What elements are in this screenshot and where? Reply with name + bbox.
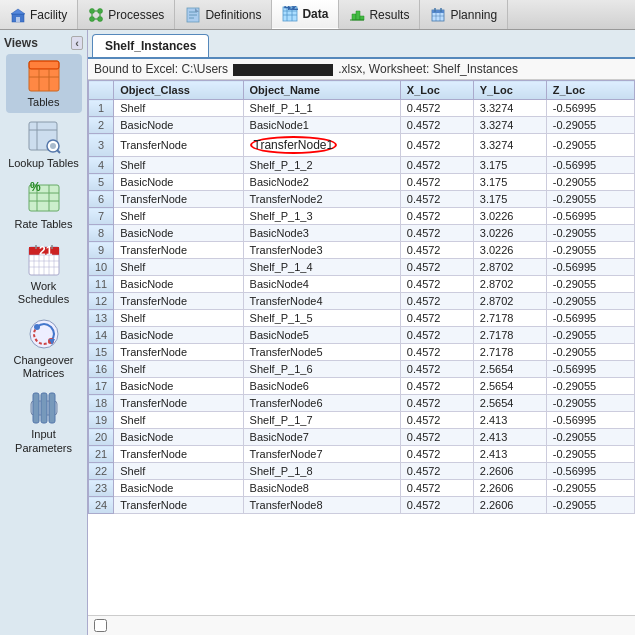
row-number: 18 bbox=[89, 395, 114, 412]
table-row[interactable]: 18TransferNodeTransferNode60.45722.5654-… bbox=[89, 395, 635, 412]
cell-object-class: TransferNode bbox=[114, 134, 243, 157]
table-row[interactable]: 1ShelfShelf_P_1_10.45723.3274-0.56995 bbox=[89, 100, 635, 117]
nav-tab-results[interactable]: Results bbox=[339, 0, 420, 29]
table-row[interactable]: 10ShelfShelf_P_1_40.45722.8702-0.56995 bbox=[89, 259, 635, 276]
bottom-checkbox[interactable] bbox=[94, 619, 107, 632]
sidebar-item-tables[interactable]: Tables bbox=[6, 54, 82, 113]
cell-x-loc: 0.4572 bbox=[400, 157, 473, 174]
table-row[interactable]: 22ShelfShelf_P_1_80.45722.2606-0.56995 bbox=[89, 463, 635, 480]
svg-marker-26 bbox=[360, 16, 364, 20]
sidebar-header: Views ‹ bbox=[0, 34, 87, 52]
sidebar-collapse-button[interactable]: ‹ bbox=[71, 36, 83, 50]
cell-y-loc: 2.2606 bbox=[473, 497, 546, 514]
tab-bar: Shelf_Instances bbox=[88, 30, 635, 59]
nav-tab-data[interactable]: 4 3 2 Data bbox=[272, 0, 339, 29]
cell-x-loc: 0.4572 bbox=[400, 361, 473, 378]
highlight-circle: TransferNode1 bbox=[250, 136, 338, 154]
row-number: 20 bbox=[89, 429, 114, 446]
table-row[interactable]: 24TransferNodeTransferNode80.45722.2606-… bbox=[89, 497, 635, 514]
col-rownum bbox=[89, 81, 114, 100]
cell-x-loc: 0.4572 bbox=[400, 293, 473, 310]
sidebar-item-rate-tables[interactable]: % Rate Tables bbox=[6, 176, 82, 235]
table-row[interactable]: 15TransferNodeTransferNode50.45722.7178-… bbox=[89, 344, 635, 361]
col-y-loc[interactable]: Y_Loc bbox=[473, 81, 546, 100]
shelf-instances-tab[interactable]: Shelf_Instances bbox=[92, 34, 209, 57]
table-row[interactable]: 3TransferNodeTransferNode10.45723.3274-0… bbox=[89, 134, 635, 157]
cell-object-class: BasicNode bbox=[114, 174, 243, 191]
svg-point-6 bbox=[98, 16, 103, 21]
calendar-icon: 21 bbox=[26, 242, 62, 278]
changeover-icon bbox=[26, 316, 62, 352]
row-number: 1 bbox=[89, 100, 114, 117]
cell-x-loc: 0.4572 bbox=[400, 378, 473, 395]
sidebar-item-lookup-tables[interactable]: Lookup Tables bbox=[6, 115, 82, 174]
col-x-loc[interactable]: X_Loc bbox=[400, 81, 473, 100]
table-row[interactable]: 23BasicNodeBasicNode80.45722.2606-0.2905… bbox=[89, 480, 635, 497]
cell-y-loc: 2.7178 bbox=[473, 344, 546, 361]
cell-x-loc: 0.4572 bbox=[400, 497, 473, 514]
cell-y-loc: 3.3274 bbox=[473, 100, 546, 117]
cell-y-loc: 3.3274 bbox=[473, 117, 546, 134]
table-row[interactable]: 2BasicNodeBasicNode10.45723.3274-0.29055 bbox=[89, 117, 635, 134]
table-row[interactable]: 16ShelfShelf_P_1_60.45722.5654-0.56995 bbox=[89, 361, 635, 378]
table-icon bbox=[26, 58, 62, 94]
data-table-container[interactable]: Object_Class Object_Name X_Loc Y_Loc Z_L… bbox=[88, 80, 635, 615]
cell-z-loc: -0.29055 bbox=[546, 293, 634, 310]
cell-x-loc: 0.4572 bbox=[400, 395, 473, 412]
col-z-loc[interactable]: Z_Loc bbox=[546, 81, 634, 100]
cell-object-name: TransferNode2 bbox=[243, 191, 400, 208]
table-row[interactable]: 12TransferNodeTransferNode40.45722.8702-… bbox=[89, 293, 635, 310]
svg-marker-24 bbox=[352, 14, 356, 20]
cell-object-class: TransferNode bbox=[114, 242, 243, 259]
svg-marker-1 bbox=[11, 9, 25, 14]
row-number: 7 bbox=[89, 208, 114, 225]
nav-tab-definitions[interactable]: Definitions bbox=[175, 0, 272, 29]
cell-x-loc: 0.4572 bbox=[400, 208, 473, 225]
table-row[interactable]: 19ShelfShelf_P_1_70.45722.413-0.56995 bbox=[89, 412, 635, 429]
table-row[interactable]: 4ShelfShelf_P_1_20.45723.175-0.56995 bbox=[89, 157, 635, 174]
cell-x-loc: 0.4572 bbox=[400, 412, 473, 429]
table-row[interactable]: 17BasicNodeBasicNode60.45722.5654-0.2905… bbox=[89, 378, 635, 395]
row-number: 21 bbox=[89, 446, 114, 463]
table-row[interactable]: 20BasicNodeBasicNode70.45722.413-0.29055 bbox=[89, 429, 635, 446]
cell-x-loc: 0.4572 bbox=[400, 429, 473, 446]
data-table: Object_Class Object_Name X_Loc Y_Loc Z_L… bbox=[88, 80, 635, 514]
nav-tab-facility[interactable]: Facility bbox=[0, 0, 78, 29]
cell-object-class: BasicNode bbox=[114, 480, 243, 497]
nav-tab-planning[interactable]: Planning bbox=[420, 0, 508, 29]
table-row[interactable]: 11BasicNodeBasicNode40.45722.8702-0.2905… bbox=[89, 276, 635, 293]
table-row[interactable]: 8BasicNodeBasicNode30.45723.0226-0.29055 bbox=[89, 225, 635, 242]
cell-object-name: Shelf_P_1_5 bbox=[243, 310, 400, 327]
cell-x-loc: 0.4572 bbox=[400, 446, 473, 463]
lookup-icon bbox=[26, 119, 62, 155]
facility-icon bbox=[10, 7, 26, 23]
table-row[interactable]: 14BasicNodeBasicNode50.45722.7178-0.2905… bbox=[89, 327, 635, 344]
row-number: 24 bbox=[89, 497, 114, 514]
table-row[interactable]: 21TransferNodeTransferNode70.45722.413-0… bbox=[89, 446, 635, 463]
sidebar-item-work-schedules[interactable]: 21 Work Schedules bbox=[6, 238, 82, 310]
cell-x-loc: 0.4572 bbox=[400, 242, 473, 259]
col-object-class[interactable]: Object_Class bbox=[114, 81, 243, 100]
cell-z-loc: -0.29055 bbox=[546, 480, 634, 497]
cell-x-loc: 0.4572 bbox=[400, 225, 473, 242]
cell-x-loc: 0.4572 bbox=[400, 276, 473, 293]
col-object-name[interactable]: Object_Name bbox=[243, 81, 400, 100]
table-row[interactable]: 13ShelfShelf_P_1_50.45722.7178-0.56995 bbox=[89, 310, 635, 327]
cell-object-class: BasicNode bbox=[114, 327, 243, 344]
cell-z-loc: -0.29055 bbox=[546, 429, 634, 446]
row-number: 9 bbox=[89, 242, 114, 259]
table-row[interactable]: 9TransferNodeTransferNode30.45723.0226-0… bbox=[89, 242, 635, 259]
table-row[interactable]: 7ShelfShelf_P_1_30.45723.0226-0.56995 bbox=[89, 208, 635, 225]
sidebar-item-changeover-matrices[interactable]: Changeover Matrices bbox=[6, 312, 82, 384]
params-icon bbox=[26, 390, 62, 426]
sidebar-item-input-parameters[interactable]: Input Parameters bbox=[6, 386, 82, 458]
input-parameters-label: Input Parameters bbox=[8, 428, 80, 454]
cell-x-loc: 0.4572 bbox=[400, 344, 473, 361]
svg-text:%: % bbox=[30, 181, 41, 194]
nav-tab-processes[interactable]: Processes bbox=[78, 0, 175, 29]
bottom-bar bbox=[88, 615, 635, 635]
table-row[interactable]: 5BasicNodeBasicNode20.45723.175-0.29055 bbox=[89, 174, 635, 191]
row-number: 17 bbox=[89, 378, 114, 395]
table-row[interactable]: 6TransferNodeTransferNode20.45723.175-0.… bbox=[89, 191, 635, 208]
cell-y-loc: 3.175 bbox=[473, 174, 546, 191]
